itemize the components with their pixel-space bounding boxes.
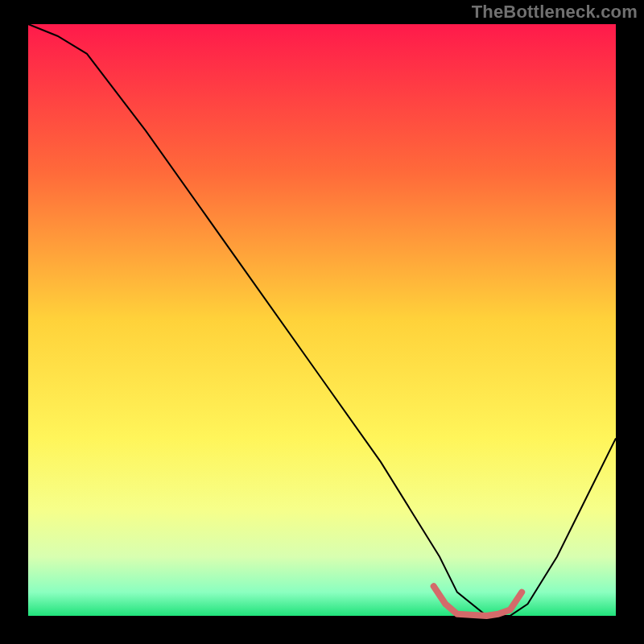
chart-frame: TheBottleneck.com <box>0 0 644 644</box>
svg-rect-0 <box>28 24 616 616</box>
bottleneck-chart <box>0 0 644 644</box>
